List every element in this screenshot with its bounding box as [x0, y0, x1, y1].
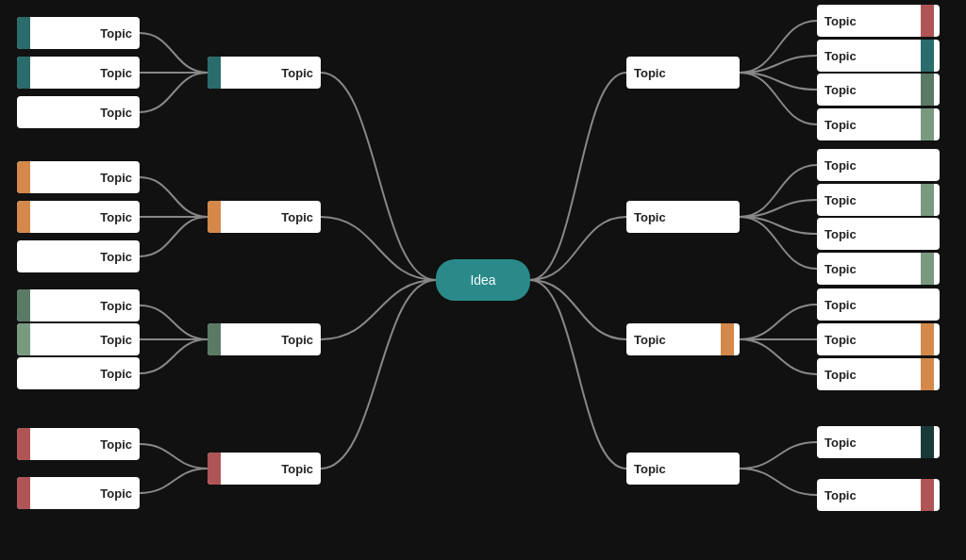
topic-box: Topic: [17, 17, 140, 49]
topic-box: Topic: [626, 323, 740, 355]
topic-box: Topic: [17, 96, 140, 128]
topic-box: Topic: [208, 201, 321, 233]
topic-box: Topic: [817, 426, 940, 458]
topic-box: Topic: [626, 57, 740, 89]
center-label: Idea: [470, 272, 495, 288]
topic-box: Topic: [817, 40, 940, 72]
topic-box: Topic: [17, 323, 140, 355]
topic-box: Topic: [17, 357, 140, 389]
topic-box: Topic: [17, 201, 140, 233]
topic-box: Topic: [817, 5, 940, 37]
topic-box: Topic: [817, 149, 940, 181]
topic-box: Topic: [626, 453, 740, 485]
topic-box: Topic: [17, 161, 140, 193]
center-node: Idea: [436, 259, 530, 301]
topic-box: Topic: [817, 358, 940, 390]
topic-box: Topic: [17, 240, 140, 272]
topic-box: Topic: [17, 289, 140, 321]
topic-box: Topic: [817, 288, 940, 321]
topic-box: Topic: [626, 201, 740, 233]
topic-box: Topic: [817, 108, 940, 140]
topic-box: Topic: [817, 323, 940, 355]
topic-box: Topic: [817, 74, 940, 106]
topic-box: Topic: [208, 57, 321, 89]
topic-box: Topic: [208, 323, 321, 355]
topic-box: Topic: [17, 428, 140, 460]
topic-box: Topic: [817, 253, 940, 285]
topic-box: Topic: [817, 218, 940, 250]
topic-box: Topic: [817, 184, 940, 216]
topic-box: Topic: [817, 479, 940, 511]
topic-box: Topic: [17, 477, 140, 509]
topic-box: Topic: [208, 453, 321, 485]
topic-box: Topic: [17, 57, 140, 89]
